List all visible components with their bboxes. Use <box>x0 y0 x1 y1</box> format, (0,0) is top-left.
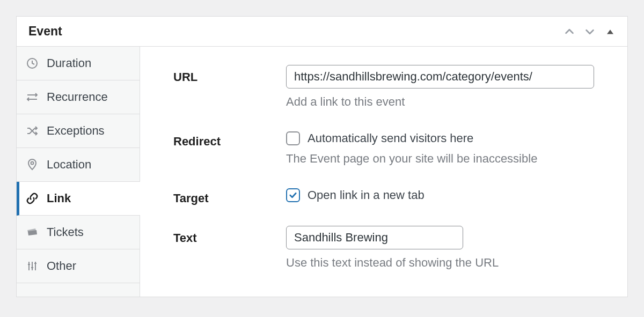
target-checkbox[interactable] <box>286 188 300 202</box>
clock-icon <box>25 56 39 70</box>
sliders-icon <box>25 259 39 273</box>
panel-body: Duration Recurrence Exceptions Location <box>17 47 627 297</box>
text-input[interactable] <box>286 226 463 249</box>
chevron-up-icon[interactable] <box>563 25 576 38</box>
url-help: Add a link to this event <box>286 95 594 109</box>
event-panel: Event Duration <box>16 16 628 297</box>
target-check-label[interactable]: Open link in a new tab <box>308 188 425 202</box>
sidebar-item-tickets[interactable]: Tickets <box>17 216 140 249</box>
sidebar-item-exceptions[interactable]: Exceptions <box>17 114 140 148</box>
text-help: Use this text instead of showing the URL <box>286 256 594 270</box>
collapse-triangle-icon[interactable] <box>604 25 617 38</box>
sidebar-item-label: Duration <box>47 56 91 70</box>
location-pin-icon <box>25 158 39 172</box>
sidebar: Duration Recurrence Exceptions Location <box>17 47 140 297</box>
sidebar-item-label: Recurrence <box>47 90 108 104</box>
field-label-target: Target <box>173 186 286 205</box>
field-label-url: URL <box>173 65 286 84</box>
sidebar-item-duration[interactable]: Duration <box>17 47 140 80</box>
sidebar-item-recurrence[interactable]: Recurrence <box>17 80 140 114</box>
chevron-down-icon[interactable] <box>583 25 596 38</box>
tab-content-link: URL Add a link to this event Redirect Au… <box>140 47 627 297</box>
sidebar-item-label: Other <box>47 259 76 273</box>
sidebar-item-label: Link <box>47 191 71 205</box>
repeat-icon <box>25 90 39 104</box>
svg-point-1 <box>31 162 34 165</box>
link-icon <box>25 191 39 205</box>
redirect-check-label[interactable]: Automatically send visitors here <box>308 131 473 145</box>
sidebar-item-link[interactable]: Link <box>17 182 140 216</box>
field-row-text: Text Use this text instead of showing th… <box>173 226 594 270</box>
url-input[interactable] <box>286 65 594 89</box>
field-row-target: Target Open link in a new tab <box>173 186 594 205</box>
field-row-redirect: Redirect Automatically send visitors her… <box>173 129 594 166</box>
redirect-help: The Event page on your site will be inac… <box>286 152 594 166</box>
panel-header: Event <box>17 17 627 47</box>
panel-title: Event <box>28 24 62 39</box>
redirect-checkbox[interactable] <box>286 131 300 145</box>
sidebar-item-label: Location <box>47 158 91 172</box>
sidebar-item-label: Exceptions <box>47 124 105 138</box>
shuffle-icon <box>25 124 39 138</box>
tickets-icon <box>25 225 39 239</box>
sidebar-item-other[interactable]: Other <box>17 249 140 283</box>
field-label-redirect: Redirect <box>173 129 286 149</box>
field-label-text: Text <box>173 226 286 245</box>
field-row-url: URL Add a link to this event <box>173 65 594 109</box>
sidebar-item-label: Tickets <box>47 225 84 239</box>
header-actions <box>563 25 617 38</box>
sidebar-item-location[interactable]: Location <box>17 148 140 182</box>
